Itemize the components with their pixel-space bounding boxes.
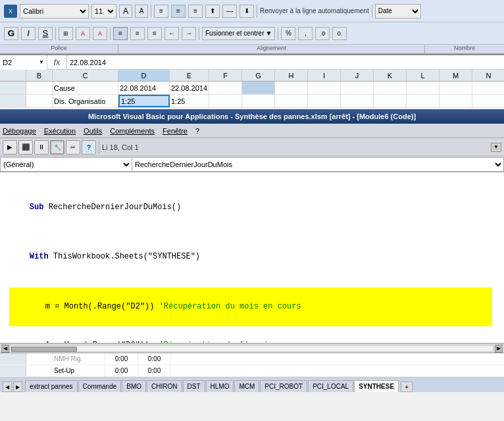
percent-btn[interactable]: % bbox=[281, 27, 295, 40]
cell-k2[interactable] bbox=[374, 95, 407, 107]
align-l2-btn[interactable]: ≡ bbox=[113, 27, 128, 40]
col-i[interactable]: I bbox=[308, 70, 341, 81]
tab-mcm[interactable]: MCM bbox=[234, 380, 259, 392]
cell-i1[interactable] bbox=[308, 82, 341, 94]
tab-bmo[interactable]: BMO bbox=[122, 380, 146, 392]
col-f[interactable]: F bbox=[209, 70, 242, 81]
fill-color-btn[interactable]: A bbox=[76, 27, 90, 40]
vba-dropdown-general[interactable]: (Général) bbox=[0, 157, 132, 172]
align-bot-btn[interactable]: ⬇ bbox=[239, 5, 254, 18]
dec-dec-btn[interactable]: 0. bbox=[332, 27, 347, 40]
menu-help[interactable]: ? bbox=[195, 127, 199, 135]
col-k[interactable]: K bbox=[374, 70, 407, 81]
col-c[interactable]: C bbox=[53, 70, 118, 81]
col-m[interactable]: M bbox=[440, 70, 472, 81]
tab-nav-left[interactable]: ◀ bbox=[3, 382, 12, 392]
cell-i2[interactable] bbox=[308, 95, 341, 107]
align-c2-btn[interactable]: ≡ bbox=[130, 27, 145, 40]
cell-d1[interactable]: 22.08.2014 bbox=[118, 82, 170, 94]
cell-g1[interactable] bbox=[242, 82, 275, 94]
tab-pci-robot[interactable]: PCI_ROBOT bbox=[260, 380, 307, 392]
cell-c2[interactable]: Dis. Organisatio bbox=[53, 95, 118, 107]
cell-b1[interactable] bbox=[26, 82, 53, 94]
vba-tb-btn1[interactable]: ▶ bbox=[3, 140, 17, 155]
cell-e1[interactable]: 22.08.2014 bbox=[170, 82, 209, 94]
tab-extract-pannes[interactable]: extract pannes bbox=[25, 380, 78, 392]
col-e[interactable]: E bbox=[170, 70, 209, 81]
italic-btn[interactable]: I bbox=[21, 27, 36, 40]
col-j[interactable]: J bbox=[341, 70, 374, 81]
bottom-cell-val1[interactable]: 0:00 bbox=[105, 353, 138, 364]
menu-outils[interactable]: Outils bbox=[84, 127, 102, 135]
tab-synthese[interactable]: SYNTHESE bbox=[354, 380, 399, 392]
tab-hlmo[interactable]: HLMO bbox=[206, 380, 234, 392]
underline-btn[interactable]: S bbox=[38, 27, 53, 40]
cell-c1[interactable]: Cause bbox=[53, 82, 118, 94]
bottom-cell-blank2[interactable] bbox=[26, 365, 53, 376]
scroll-left-btn[interactable]: ◀ bbox=[1, 345, 9, 353]
tab-nav-right[interactable]: ▶ bbox=[13, 382, 22, 392]
menu-debogage[interactable]: Débogage bbox=[3, 127, 36, 135]
vba-tb-btn3[interactable]: ⏸ bbox=[34, 140, 49, 155]
col-l[interactable]: L bbox=[407, 70, 440, 81]
vba-scroll-btn[interactable]: ▼ bbox=[491, 143, 501, 152]
cell-l2[interactable] bbox=[407, 95, 440, 107]
tab-pci-local[interactable]: PCI_LOCAL bbox=[308, 380, 353, 392]
h-scrollbar[interactable]: ◀ ▶ bbox=[0, 343, 504, 353]
tab-dst[interactable]: DST bbox=[183, 380, 205, 392]
bottom-cell-blank[interactable] bbox=[26, 353, 53, 364]
vba-tb-help[interactable]: ? bbox=[82, 140, 96, 155]
align-mid-btn[interactable]: — bbox=[222, 5, 237, 18]
cell-k1[interactable] bbox=[374, 82, 407, 94]
thousand-btn[interactable]: , bbox=[298, 27, 313, 40]
font-size-select[interactable]: 11 bbox=[91, 4, 116, 18]
align-top-btn[interactable]: ⬆ bbox=[205, 5, 220, 18]
tab-add-btn[interactable]: + bbox=[401, 382, 413, 392]
cell-e2[interactable]: 1:25 bbox=[170, 95, 209, 107]
bold-btn[interactable]: G bbox=[4, 27, 18, 40]
vba-tb-btn4[interactable]: 🔧 bbox=[50, 140, 64, 155]
font-color-btn[interactable]: A bbox=[93, 27, 107, 40]
dec-inc-btn[interactable]: .0 bbox=[315, 27, 330, 40]
align-center-btn[interactable]: ≡ bbox=[171, 5, 186, 18]
col-g[interactable]: G bbox=[242, 70, 275, 81]
cell-m2[interactable] bbox=[440, 95, 472, 107]
menu-complements[interactable]: Compléments bbox=[110, 127, 155, 135]
merge-center-btn[interactable]: Fusionner et centrer ▼ bbox=[202, 27, 275, 40]
vba-tb-btn5[interactable]: ✂ bbox=[66, 140, 80, 155]
cell-g2[interactable] bbox=[242, 95, 275, 107]
cell-h1[interactable] bbox=[275, 82, 308, 94]
scrollbar-thumb[interactable] bbox=[11, 347, 77, 352]
cell-address-box[interactable]: D2 ▼ bbox=[0, 55, 47, 70]
col-b[interactable]: B bbox=[26, 70, 53, 81]
col-n[interactable]: N bbox=[472, 70, 504, 81]
indent-inc-btn[interactable]: → bbox=[182, 27, 196, 40]
col-h[interactable]: H bbox=[275, 70, 308, 81]
vba-tb-btn2[interactable]: ⬛ bbox=[18, 140, 33, 155]
cell-h2[interactable] bbox=[275, 95, 308, 107]
align-left-btn[interactable]: ≡ bbox=[154, 5, 168, 18]
cell-m1[interactable] bbox=[440, 82, 472, 94]
menu-execution[interactable]: Exécution bbox=[44, 127, 76, 135]
align-right-btn[interactable]: ≡ bbox=[188, 5, 203, 18]
cell-j1[interactable] bbox=[341, 82, 374, 94]
cell-b2[interactable] bbox=[26, 95, 53, 107]
menu-fenetre[interactable]: Fenêtre bbox=[163, 127, 188, 135]
indent-dec-btn[interactable]: ← bbox=[164, 27, 179, 40]
border-btn[interactable]: ⊞ bbox=[59, 27, 73, 40]
decrease-font-btn[interactable]: A bbox=[135, 5, 148, 18]
align-r2-btn[interactable]: ≡ bbox=[147, 27, 162, 40]
number-format-select[interactable]: Date bbox=[375, 4, 421, 18]
tab-commande[interactable]: Commande bbox=[78, 380, 122, 392]
cell-f1[interactable] bbox=[209, 82, 242, 94]
vba-dropdown-procedure[interactable]: RechercheDernierJourDuMois bbox=[132, 157, 504, 172]
cell-f2[interactable] bbox=[209, 95, 242, 107]
cell-l1[interactable] bbox=[407, 82, 440, 94]
bottom-cell-val3[interactable]: 0:00 bbox=[105, 365, 138, 376]
increase-font-btn[interactable]: A bbox=[119, 5, 132, 18]
bottom-cell-val2[interactable]: 0:00 bbox=[138, 353, 171, 364]
tab-chiron[interactable]: CHIRON bbox=[147, 380, 182, 392]
col-d[interactable]: D bbox=[118, 70, 170, 81]
scroll-right-btn[interactable]: ▶ bbox=[495, 345, 503, 353]
font-name-select[interactable]: Calibri bbox=[20, 4, 89, 18]
